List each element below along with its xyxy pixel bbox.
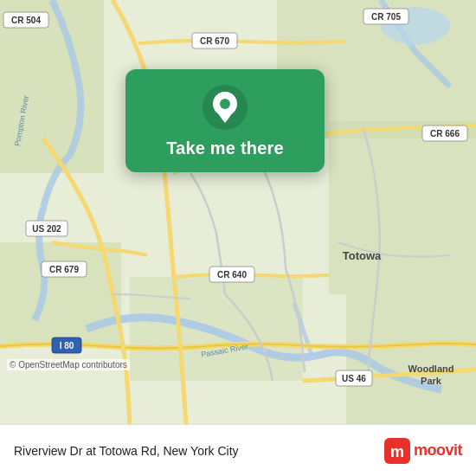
svg-text:m: m	[390, 443, 404, 460]
take-me-there-popup[interactable]: Take me there	[125, 69, 325, 172]
svg-point-34	[220, 99, 230, 109]
svg-text:CR 640: CR 640	[217, 270, 247, 280]
bottom-bar: Riverview Dr at Totowa Rd, New York City…	[0, 424, 476, 476]
svg-text:Park: Park	[421, 376, 442, 386]
svg-text:CR 670: CR 670	[200, 36, 229, 46]
svg-text:Totowa: Totowa	[343, 249, 382, 262]
moovit-text: moovit	[414, 441, 462, 460]
moovit-icon: m	[384, 438, 410, 464]
svg-text:I 80: I 80	[60, 341, 74, 351]
svg-text:Woodland: Woodland	[408, 363, 454, 374]
osm-credit: © OpenStreetMap contributors	[7, 359, 130, 370]
svg-text:US 46: US 46	[342, 374, 366, 383]
popup-label: Take me there	[166, 138, 284, 158]
svg-text:CR 679: CR 679	[49, 265, 79, 274]
moovit-logo: m moovit	[384, 438, 462, 464]
svg-rect-3	[329, 121, 476, 294]
svg-text:US 202: US 202	[32, 224, 61, 234]
location-pin-icon	[203, 85, 248, 130]
svg-text:CR 705: CR 705	[371, 12, 401, 22]
map-container: CR 504 CR 705 CR 670 CR 666 US 202 CR 67…	[0, 0, 476, 424]
svg-text:CR 666: CR 666	[430, 129, 460, 138]
svg-text:CR 504: CR 504	[11, 16, 41, 25]
location-text: Riverview Dr at Totowa Rd, New York City	[14, 444, 384, 458]
